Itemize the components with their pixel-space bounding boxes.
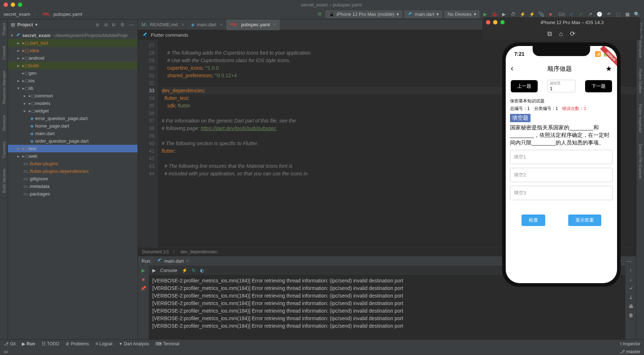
bottom-todo[interactable]: ☷TODO (42, 341, 59, 346)
pin-tab-button[interactable]: 📌 (140, 286, 146, 291)
maximize-window-button[interactable] (18, 3, 22, 7)
editor-tab-pubspec.yaml[interactable]: YMLpubspec.yaml× (226, 19, 280, 30)
tree-item-build[interactable]: ▸▸◻build (8, 62, 138, 69)
hot-restart-button[interactable]: ⚡ (528, 11, 536, 18)
git-update-button[interactable]: ✓ (568, 11, 575, 18)
rail-favorites[interactable]: Favorites (2, 142, 6, 158)
run-button[interactable]: ▶ (482, 11, 489, 18)
print-button[interactable]: 🖶 (629, 304, 633, 309)
tree-item-gen[interactable]: ▸◻gen (8, 69, 138, 77)
tree-item-.flutter-plugins-dependencies[interactable]: ▭.flutter-plugins-dependencies (8, 167, 138, 175)
rail-commit[interactable]: Commit (2, 46, 6, 60)
profile-button[interactable]: ⏱ (510, 11, 517, 18)
bottom-logcat[interactable]: ≡Logcat (96, 341, 112, 346)
close-icon[interactable]: × (220, 22, 223, 27)
git-history-button[interactable]: 🕐 (596, 11, 603, 18)
toolbar-icon[interactable]: ⬚ (615, 11, 622, 18)
git-branch-indicator[interactable]: ⎇ master (620, 349, 640, 354)
project-tree[interactable]: ▾ secret_exam ~/development/Projects/Mob… (8, 30, 138, 339)
no-devices-selector[interactable]: No Devices ▾ (444, 10, 479, 18)
tree-item-ios[interactable]: ▸▸◻ios (8, 77, 138, 84)
tree-item-.metadata[interactable]: ▭.metadata (8, 183, 138, 190)
tree-item-models[interactable]: ▸▸◻models (8, 100, 138, 107)
panel-settings-button[interactable]: ⚙ (119, 22, 126, 27)
tree-item-web[interactable]: ▸▸◻web (8, 152, 138, 160)
sim-minimize-button[interactable] (493, 20, 497, 24)
hot-reload-icon[interactable]: ⚡ (182, 268, 187, 273)
editor-tab-main.dart[interactable]: ◈main.dart× (187, 19, 226, 30)
chevron-down-icon[interactable]: ▾ (35, 22, 38, 27)
tree-item-.flutter-plugins[interactable]: ▭.flutter-plugins (8, 160, 138, 167)
git-push-button[interactable]: ↗ (587, 11, 594, 18)
tree-item-home_page.dart[interactable]: ◈home_page.dart (8, 122, 138, 130)
bottom-terminal[interactable]: ⌨Terminal (156, 341, 179, 346)
blank-input-3[interactable]: 填空3 (510, 186, 613, 200)
prev-question-button[interactable]: 上一题 (511, 80, 538, 92)
tree-item-error_question_page.dart[interactable]: ◈error_question_page.dart (8, 115, 138, 122)
tree-item-main.dart[interactable]: ◈main.dart (8, 130, 138, 137)
rail-structure[interactable]: Structure (2, 115, 6, 131)
tree-item-android[interactable]: ▸▸◻android (8, 54, 138, 62)
devtools-icon[interactable]: ◐ (200, 268, 204, 273)
tree-item-test[interactable]: ▸▸◻test (8, 145, 138, 152)
tree-item-order_question_page.dart[interactable]: ◈order_question_page.dart (8, 137, 138, 145)
home-icon[interactable]: ⌂ (559, 30, 563, 38)
close-window-button[interactable] (4, 3, 8, 7)
run-target-selector[interactable]: main.dart ▾ (404, 10, 442, 18)
stop-button[interactable]: ■ (547, 11, 554, 18)
phone-screen[interactable]: DEBUG 7:21 📶 🔋 ‹ 顺序做题 ★ 上一题 跳转至 1 (506, 46, 617, 283)
hot-restart-icon[interactable]: ↻ (192, 268, 196, 273)
bottom-inspector[interactable]: t Inspector (620, 341, 640, 346)
avd-manager-button[interactable]: ▦ (624, 11, 631, 18)
debug-button[interactable]: 🐞 (491, 11, 498, 18)
sim-maximize-button[interactable] (500, 20, 505, 24)
blank-input-1[interactable]: 填空1 (510, 150, 613, 164)
collapse-all-button[interactable]: ⇇ (111, 22, 117, 27)
jump-to-input[interactable]: 跳转至 1 (547, 80, 575, 92)
back-button[interactable]: ‹ (511, 64, 513, 73)
rerun-button[interactable]: ▶ (142, 268, 145, 273)
hot-reload-button[interactable]: ⚡ (519, 11, 526, 18)
tree-item-widget[interactable]: ▸▸◻widget (8, 107, 138, 115)
screenshot-icon[interactable]: ⧉ (547, 30, 552, 38)
device-selector[interactable]: 📱 iPhone 12 Pro Max (mobile) ▾ (325, 10, 402, 18)
bottom-run[interactable]: ▶Run (22, 341, 35, 346)
bottom-git[interactable]: ⎇Git (4, 341, 15, 346)
show-answer-button[interactable]: 显示答案 (568, 215, 601, 226)
rotate-icon[interactable]: ⟳ (570, 30, 575, 38)
stop-run-button[interactable]: ■ (142, 277, 145, 282)
select-opened-file-button[interactable]: ⊕ (94, 22, 101, 27)
git-commit-button[interactable]: ✓ (577, 11, 584, 18)
expand-all-button[interactable]: ⇉ (103, 22, 109, 27)
favorite-button[interactable]: ★ (606, 64, 612, 73)
editor-tab-README.md[interactable]: M↓README.md× (138, 19, 187, 30)
run-config-tab[interactable]: main.dart × (154, 258, 191, 264)
tree-item-.gitignore[interactable]: ▭.gitignore (8, 175, 138, 183)
attach-button[interactable]: 📎 (538, 11, 545, 18)
blank-input-2[interactable]: 填空2 (510, 168, 613, 182)
build-hammer-icon[interactable]: ⚒ (316, 11, 323, 18)
check-button[interactable]: 检查 (522, 215, 545, 226)
tree-item-lib[interactable]: ▾▸◻lib (8, 84, 138, 92)
quick-access-icon[interactable]: ▭ (4, 349, 8, 354)
project-panel-title[interactable]: Project (17, 22, 33, 27)
breadcrumb-file[interactable]: pubspec.yaml (54, 11, 82, 17)
search-everywhere-button[interactable]: 🔍 (633, 11, 640, 18)
console-tab[interactable]: Console (160, 268, 177, 273)
bottom-problems[interactable]: ⊘Problems (66, 341, 89, 346)
minimize-window-button[interactable] (11, 3, 15, 7)
tree-root[interactable]: ▾ secret_exam ~/development/Projects/Mob… (8, 32, 138, 39)
tree-item-.idea[interactable]: ▸▸◻.idea (8, 47, 138, 54)
close-icon[interactable]: × (273, 22, 276, 27)
hide-panel-button[interactable]: — (128, 22, 135, 27)
close-icon[interactable]: × (186, 258, 189, 264)
scroll-to-end-button[interactable]: ⤓ (629, 295, 633, 300)
sim-close-button[interactable] (486, 20, 490, 24)
tree-item-.packages[interactable]: ▭.packages (8, 190, 138, 198)
coverage-button[interactable]: ▶ (500, 11, 508, 18)
git-rollback-button[interactable]: ↶ (605, 11, 612, 18)
clear-button[interactable]: 🗑 (629, 313, 633, 318)
rail-project[interactable]: Project (2, 23, 6, 35)
next-question-button[interactable]: 下一题 (585, 80, 612, 92)
close-icon[interactable]: × (181, 22, 184, 27)
